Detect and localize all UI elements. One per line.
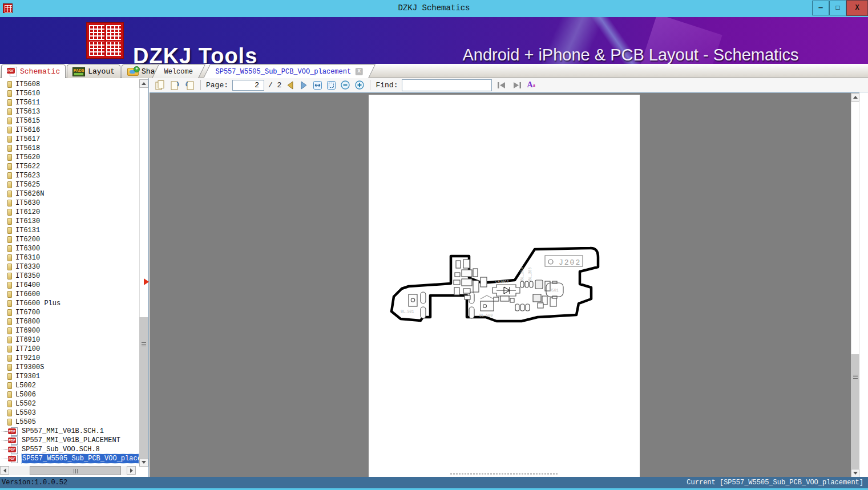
label-u501: U501 [550, 289, 559, 293]
sidebar-item[interactable]: IT5613 [0, 107, 139, 116]
sidebar-item[interactable]: IT6600 Plus [0, 299, 139, 308]
scrollbar-thumb[interactable] [139, 317, 148, 458]
fit-width-button[interactable] [313, 80, 322, 90]
sidebar-item[interactable]: IT5617 [0, 135, 139, 144]
tree-line [2, 431, 8, 432]
sidebar-item[interactable]: IT5623 [0, 171, 139, 180]
maximize-button[interactable]: □ [829, 1, 846, 15]
sidebar-item[interactable]: IT9210 [0, 354, 139, 363]
sidebar-item[interactable]: IT6130 [0, 217, 139, 226]
sidebar-pdf-item[interactable]: PDFSP557_MMI_V01B_PLACEMENT [0, 436, 139, 445]
page-number-input[interactable] [232, 80, 264, 91]
scroll-up-button[interactable] [139, 79, 148, 88]
document-vertical-scrollbar[interactable] [851, 93, 859, 477]
sidebar-item[interactable]: IT5610 [0, 89, 139, 98]
rotate-right-button[interactable] [184, 80, 195, 91]
page-total: / 2 [268, 81, 281, 90]
scroll-down-button[interactable] [851, 469, 859, 477]
scrollbar-thumb[interactable] [851, 354, 859, 469]
tab-close-icon[interactable]: x [356, 68, 363, 75]
sidebar-item[interactable]: IT5620 [0, 153, 139, 162]
fit-page-button[interactable] [326, 80, 336, 90]
app-window: DZKJ Schematics — □ X DZKJ Tools Android… [0, 0, 868, 490]
folder-icon [7, 236, 12, 243]
sidebar-pdf-item[interactable]: PDFSP557_MMI_V01B.SCH.1 [0, 427, 139, 436]
current-document-text: Current [SP557_W5505_Sub_PCB_VOO_placeme… [687, 479, 863, 487]
sidebar-item[interactable]: IT6350 [0, 272, 139, 281]
window-title: DZKJ Schematics [0, 3, 868, 13]
sidebar-item[interactable]: IT6900 [0, 326, 139, 335]
rotate-left-button[interactable] [169, 80, 180, 91]
folder-icon [7, 99, 12, 106]
scroll-up-button[interactable] [851, 93, 859, 102]
sidebar-item[interactable]: IT9300S [0, 363, 139, 372]
sidebar-pdf-item[interactable]: PDFSP557_Sub_VOO.SCH.8 [0, 445, 139, 454]
zoom-in-button[interactable] [354, 80, 365, 90]
folder-icon [7, 410, 12, 416]
sidebar-item[interactable]: IT6800 [0, 317, 139, 326]
sidebar-item[interactable]: L5002 [0, 381, 139, 390]
folder-icon [7, 118, 12, 124]
sidebar-item[interactable]: IT6330 [0, 262, 139, 272]
folder-icon [7, 209, 12, 216]
sidebar-item[interactable]: IT5608 [0, 80, 139, 89]
sidebar-item[interactable]: IT6310 [0, 253, 139, 262]
sidebar-item[interactable]: IT5615 [0, 116, 139, 125]
sidebar-item[interactable]: L5503 [0, 408, 139, 418]
tree-line [2, 459, 8, 459]
sidebar-list: IT5608IT5610IT5611IT5613IT5615IT5616IT56… [0, 80, 139, 465]
sidebar-item[interactable]: IT5622 [0, 162, 139, 171]
sidebar-item[interactable]: IT6120 [0, 208, 139, 217]
folder-icon [7, 419, 12, 426]
tree-line [2, 440, 8, 441]
sidebar-item[interactable]: IT6400 [0, 281, 139, 290]
tab-layout[interactable]: PADS Layout [67, 64, 120, 78]
sidebar-item[interactable]: IT5611 [0, 98, 139, 107]
scroll-right-button[interactable] [127, 466, 136, 475]
sidebar-item[interactable]: L5505 [0, 418, 139, 427]
pdf-toolbar: Page: / 2 Find: Aa [150, 78, 868, 92]
doc-tab-welcome[interactable]: Welcome [152, 64, 205, 78]
sidebar-item[interactable]: L5006 [0, 390, 139, 399]
sidebar-item[interactable]: IT9301 [0, 372, 139, 381]
folder-icon [7, 337, 12, 343]
label-bl580: BL_580 [479, 314, 493, 318]
tab-schematic[interactable]: PDF Schematic [1, 64, 66, 78]
sidebar-vertical-scrollbar[interactable] [139, 79, 148, 467]
sidebar-item[interactable]: IT5630 [0, 199, 139, 208]
label-cr2062: CR2062 [495, 280, 509, 284]
scroll-left-button[interactable] [0, 466, 9, 475]
scrollbar-track[interactable] [851, 102, 859, 354]
scroll-down-button[interactable] [139, 458, 148, 467]
copy-page-button[interactable] [155, 80, 165, 91]
sidebar-item[interactable]: IT6910 [0, 335, 139, 345]
find-input[interactable] [402, 79, 492, 91]
close-button[interactable]: X [846, 0, 868, 16]
sidebar-item[interactable]: IT6131 [0, 226, 139, 235]
doc-tab-placement[interactable]: SP557_W5505_Sub_PCB_VOO_placement x [204, 64, 376, 78]
folder-icon [7, 191, 12, 197]
folder-icon [7, 264, 12, 270]
sidebar-item[interactable]: IT5625 [0, 180, 139, 189]
folder-icon [7, 291, 12, 298]
minimize-button[interactable]: — [812, 1, 829, 15]
sidebar-item[interactable]: IT6300 [0, 244, 139, 253]
sidebar-item[interactable]: IT6200 [0, 235, 139, 244]
find-previous-button[interactable] [496, 81, 507, 90]
previous-page-button[interactable] [285, 80, 295, 90]
sidebar-item[interactable]: IT5618 [0, 144, 139, 153]
sidebar-item[interactable]: IT7100 [0, 345, 139, 354]
component-sidebar: IT5608IT5610IT5611IT5613IT5615IT5616IT56… [0, 78, 149, 477]
sidebar-horizontal-scrollbar[interactable] [0, 466, 136, 475]
find-next-button[interactable] [511, 81, 523, 90]
sidebar-item[interactable]: L5502 [0, 399, 139, 408]
scrollbar-thumb[interactable] [30, 466, 121, 475]
next-page-button[interactable] [299, 80, 309, 90]
sidebar-item[interactable]: IT6700 [0, 308, 139, 317]
sidebar-item[interactable]: IT6600 [0, 290, 139, 299]
match-case-button[interactable]: Aa [527, 80, 535, 90]
zoom-out-button[interactable] [340, 80, 350, 90]
sidebar-item[interactable]: IT5616 [0, 125, 139, 135]
sidebar-pdf-item-selected[interactable]: PDFSP557_W5505_Sub_PCB_VOO_placement [0, 454, 139, 463]
sidebar-item[interactable]: IT5626N [0, 189, 139, 199]
